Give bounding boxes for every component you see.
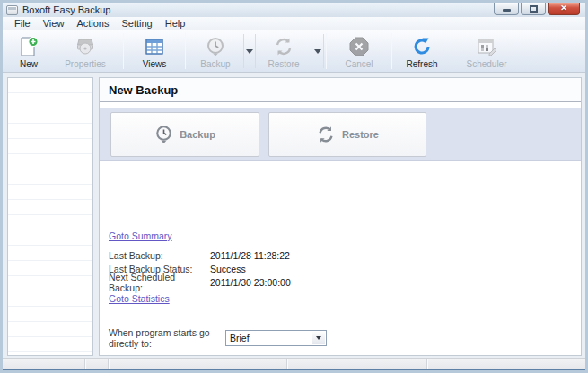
startup-target-selected: Brief: [230, 333, 250, 343]
restore-dropdown-button[interactable]: [312, 34, 324, 68]
refresh-button-label: Refresh: [406, 59, 437, 69]
status-cell: [85, 359, 109, 369]
status-cell: [427, 359, 585, 369]
panel-header: New Backup: [100, 78, 581, 102]
page-title: New Backup: [109, 83, 178, 97]
backup-clock-icon: [205, 35, 226, 58]
action-strip: Backup Restore: [100, 108, 581, 161]
startup-target-select[interactable]: Brief: [225, 330, 327, 346]
select-dropdown-button[interactable]: [312, 332, 325, 344]
toolbar-separator: [185, 33, 186, 69]
next-scheduled-backup-row: Next Scheduled Backup: 2011/1/30 23:00:0…: [109, 275, 581, 289]
restore-big-button-label: Restore: [342, 129, 379, 140]
cancel-button: Cancel: [329, 32, 390, 70]
menu-setting[interactable]: Setting: [115, 17, 158, 30]
new-document-icon: [18, 35, 39, 58]
cancel-button-label: Cancel: [345, 59, 373, 69]
backup-big-button[interactable]: Backup: [110, 112, 259, 157]
views-button[interactable]: Views: [126, 32, 183, 70]
properties-icon: [75, 35, 96, 58]
startup-setting-label: When program starts go directly to:: [109, 327, 225, 349]
status-cell: [287, 359, 427, 369]
startup-setting-row: When program starts go directly to: Brie…: [109, 327, 581, 349]
window-title: Boxoft Easy Backup: [22, 4, 110, 15]
toolbar-separator: [391, 33, 392, 69]
toolbar-separator: [123, 33, 124, 69]
toolbar-separator: [452, 33, 452, 69]
toolbar: New Properties: [3, 30, 585, 73]
minimize-icon: [503, 9, 511, 12]
goto-statistics-link[interactable]: Goto Statistics: [109, 293, 170, 305]
chevron-down-icon: [246, 49, 253, 54]
last-backup-label: Last Backup:: [109, 250, 210, 261]
backup-job-list[interactable]: [7, 77, 93, 356]
restore-button: Restore: [256, 32, 312, 70]
next-scheduled-backup-value: 2011/1/30 23:00:00: [210, 277, 291, 288]
backup-button: Backup: [188, 32, 243, 70]
new-button-label: New: [20, 59, 38, 69]
restore-button-label: Restore: [268, 59, 299, 69]
views-grid-icon: [144, 35, 165, 58]
main-panel: New Backup Backup: [99, 77, 582, 356]
workspace: New Backup Backup: [3, 73, 585, 358]
properties-button-label: Properties: [65, 59, 106, 69]
backup-info: Last Backup: 2011/1/28 11:28:22 Last Bac…: [109, 248, 581, 289]
title-bar[interactable]: Boxoft Easy Backup ✕: [3, 3, 585, 17]
views-button-label: Views: [143, 59, 167, 69]
close-icon: ✕: [560, 4, 567, 13]
panel-body: Goto Summary Last Backup: 2011/1/28 11:2…: [100, 161, 581, 355]
chevron-down-icon: [316, 336, 321, 340]
menu-file[interactable]: File: [8, 17, 37, 30]
last-backup-value: 2011/1/28 11:28:22: [210, 250, 290, 261]
goto-summary-link[interactable]: Goto Summary: [109, 230, 172, 242]
app-window: Boxoft Easy Backup ✕ File View Actions S…: [0, 0, 588, 373]
restore-arrows-icon: [273, 35, 294, 58]
restore-big-button[interactable]: Restore: [268, 112, 426, 157]
last-backup-row: Last Backup: 2011/1/28 11:28:22: [109, 248, 581, 262]
menu-help[interactable]: Help: [159, 17, 192, 30]
minimize-button[interactable]: [494, 3, 519, 15]
window-controls: ✕: [492, 3, 580, 15]
status-cell: [109, 359, 287, 369]
restore-arrows-icon: [316, 125, 336, 144]
menu-view[interactable]: View: [37, 17, 71, 30]
backup-big-button-label: Backup: [180, 129, 215, 140]
maximize-icon: [530, 5, 538, 13]
app-icon: [6, 5, 18, 15]
backup-clock-icon: [154, 125, 173, 144]
maximize-button[interactable]: [521, 3, 546, 15]
new-button[interactable]: New: [8, 32, 49, 70]
scheduler-calendar-icon: [476, 35, 497, 58]
status-cell: [3, 359, 85, 369]
chevron-down-icon: [314, 49, 321, 54]
backup-dropdown-button[interactable]: [243, 34, 256, 68]
next-scheduled-backup-label: Next Scheduled Backup:: [109, 272, 210, 293]
refresh-arrow-icon: [411, 35, 433, 58]
toolbar-separator: [326, 33, 327, 69]
menu-actions[interactable]: Actions: [70, 17, 115, 30]
status-bar: [3, 358, 585, 369]
close-button[interactable]: ✕: [548, 3, 580, 15]
scheduler-button-label: Scheduler: [466, 59, 506, 69]
cancel-octagon-icon: [348, 35, 370, 58]
last-backup-status-value: Success: [210, 264, 246, 274]
properties-button: Properties: [49, 32, 121, 70]
scheduler-button: Scheduler: [454, 32, 519, 70]
backup-button-label: Backup: [200, 59, 230, 69]
menu-bar: File View Actions Setting Help: [3, 17, 585, 30]
refresh-button[interactable]: Refresh: [394, 32, 450, 70]
